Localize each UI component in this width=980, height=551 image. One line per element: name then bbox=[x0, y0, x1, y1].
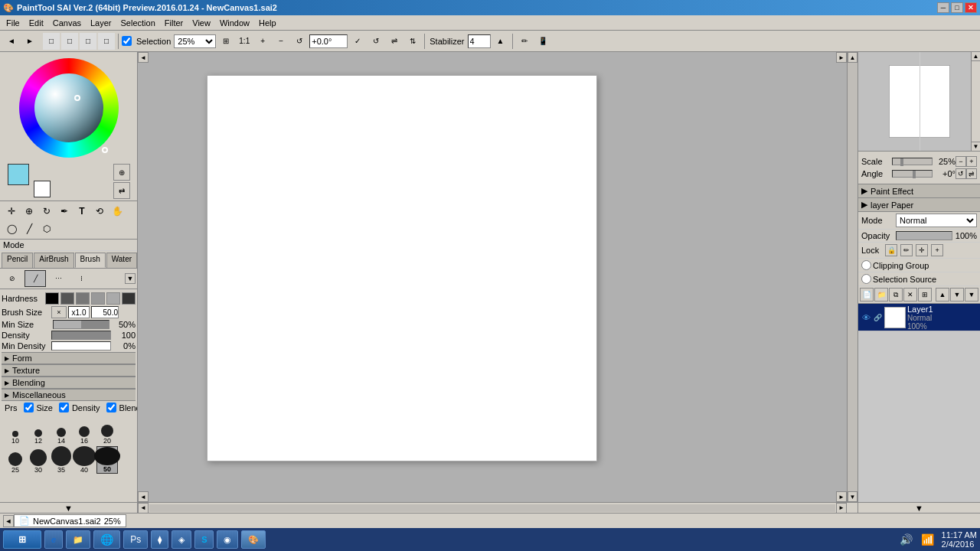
density-slider[interactable] bbox=[51, 331, 111, 340]
new-folder-btn[interactable]: 📁 bbox=[874, 288, 888, 302]
scale-slider[interactable] bbox=[892, 158, 933, 165]
canvas-tab-1[interactable]: 📄 NewCanvas1.sai2 25% bbox=[14, 514, 126, 527]
flip-btn[interactable]: ⇅ bbox=[404, 33, 421, 50]
zoom-out-btn[interactable]: − bbox=[273, 33, 289, 50]
brush-sub-3[interactable]: ⋯ bbox=[47, 270, 69, 287]
menu-window[interactable]: Window bbox=[215, 17, 254, 29]
menu-canvas[interactable]: Canvas bbox=[48, 17, 86, 29]
color-swap-btn[interactable]: ⇄ bbox=[113, 182, 130, 199]
canvas-area[interactable]: ◄ ► ◄ ► ▲ ▼ ◄ ► bbox=[138, 52, 858, 513]
canvas-vscrollbar[interactable]: ▲ ▼ bbox=[847, 52, 858, 502]
angle-reset-btn[interactable]: ↺ bbox=[956, 168, 966, 179]
water-tab[interactable]: Water bbox=[106, 253, 137, 268]
left-panel-scroll-btn[interactable]: ▼ bbox=[0, 502, 137, 513]
hard-6-btn[interactable] bbox=[122, 292, 136, 305]
taskbar-ie-btn[interactable]: e bbox=[44, 530, 63, 549]
nav-top-right-btn[interactable]: ► bbox=[836, 52, 847, 63]
brush-preset-12[interactable]: 12 bbox=[28, 417, 49, 445]
zoom-select[interactable]: 25% bbox=[174, 34, 216, 48]
lock-add-btn[interactable]: + bbox=[931, 244, 943, 256]
taskbar-chrome-btn[interactable]: 🌐 bbox=[93, 530, 120, 549]
tablet-btn[interactable]: 📱 bbox=[534, 33, 551, 50]
opacity-slider[interactable] bbox=[896, 231, 952, 240]
lasso-icon[interactable]: ◯ bbox=[3, 220, 20, 237]
foreground-color[interactable] bbox=[8, 164, 29, 185]
taskbar-app6-btn[interactable]: ◈ bbox=[172, 530, 191, 549]
menu-view[interactable]: View bbox=[188, 17, 215, 29]
texture-section-header[interactable]: ▶ Texture bbox=[2, 364, 136, 377]
menu-file[interactable]: File bbox=[2, 17, 24, 29]
pen-pressure-btn[interactable]: ✏ bbox=[516, 33, 533, 50]
copy-layer-btn[interactable]: ⧉ bbox=[889, 288, 903, 302]
menu-layer[interactable]: Layer bbox=[86, 17, 116, 29]
brush-preset-40[interactable]: 40 bbox=[74, 446, 95, 474]
clipping-group-radio[interactable] bbox=[861, 260, 871, 270]
extra2-icon[interactable]: ⬡ bbox=[38, 220, 55, 237]
brush-preset-35[interactable]: 35 bbox=[51, 446, 72, 474]
paint-effect-header[interactable]: ▶ Paint Effect bbox=[858, 184, 980, 198]
brush-sub-4[interactable]: ⁞ bbox=[70, 270, 92, 287]
brush-sub-2[interactable]: ╱ bbox=[24, 270, 46, 287]
angle-flip-btn[interactable]: ⇌ bbox=[966, 168, 977, 179]
tab-scroll-left[interactable]: ◄ bbox=[3, 515, 14, 527]
maximize-button[interactable]: □ bbox=[951, 2, 963, 13]
merge-down-btn[interactable]: ⊞ bbox=[918, 288, 932, 302]
color-mix-btn[interactable]: ⊕ bbox=[113, 164, 130, 181]
scroll-left-btn[interactable]: ◄ bbox=[138, 503, 149, 514]
right-panel-scroll-btn[interactable]: ▼ bbox=[858, 502, 980, 513]
lock-paint-btn[interactable]: ✏ bbox=[900, 244, 913, 256]
mirror-btn[interactable]: ⇌ bbox=[386, 33, 403, 50]
titlebar-controls[interactable]: ─ □ ✕ bbox=[937, 2, 977, 13]
brush-preset-14[interactable]: 14 bbox=[51, 417, 72, 445]
tool-preset-4[interactable]: □ bbox=[98, 33, 115, 50]
nav-bottom-left-btn[interactable]: ◄ bbox=[138, 491, 149, 502]
color-wheel-container[interactable] bbox=[19, 58, 119, 158]
hard-4-btn[interactable] bbox=[91, 292, 105, 305]
taskbar-ps-btn[interactable]: Ps bbox=[123, 530, 148, 549]
scroll-up-btn[interactable]: ▲ bbox=[848, 52, 858, 63]
menu-selection[interactable]: Selection bbox=[116, 17, 160, 29]
scroll-htrack[interactable] bbox=[149, 504, 835, 512]
menu-filter[interactable]: Filter bbox=[160, 17, 188, 29]
scroll-down-btn[interactable]: ▼ bbox=[848, 491, 858, 502]
brush-size-lock-btn[interactable]: × bbox=[51, 306, 67, 318]
rotation-input[interactable] bbox=[309, 34, 348, 48]
drawing-canvas[interactable] bbox=[207, 75, 597, 461]
tool-preset-3[interactable]: □ bbox=[80, 33, 96, 50]
misc-section-header[interactable]: ▶ Miscellaneous bbox=[2, 389, 136, 401]
layer-down-btn[interactable]: ▼ bbox=[950, 288, 964, 302]
layer-item[interactable]: 👁 🔗 Layer1 Normal 100% bbox=[858, 304, 980, 331]
zoom-100-btn[interactable]: 1:1 bbox=[236, 33, 253, 50]
new-layer-btn[interactable]: 📄 bbox=[860, 288, 874, 302]
delete-layer-btn[interactable]: ✕ bbox=[903, 288, 917, 302]
rot-reset-btn[interactable]: ↺ bbox=[368, 33, 384, 50]
blending-section-header[interactable]: ▶ Blending bbox=[2, 377, 136, 389]
color-saturation-area[interactable] bbox=[34, 73, 103, 142]
angle-slider[interactable] bbox=[892, 170, 933, 178]
selection-checkbox[interactable] bbox=[122, 36, 132, 46]
tool-preset-2[interactable]: □ bbox=[61, 33, 78, 50]
brush-preset-20[interactable]: 20 bbox=[96, 417, 118, 445]
scale-minus-btn[interactable]: − bbox=[956, 156, 966, 167]
start-button[interactable]: ⊞ bbox=[3, 530, 41, 549]
hand-tool-icon[interactable]: ✋ bbox=[109, 203, 126, 220]
zoom-fit-btn[interactable]: ⊞ bbox=[217, 33, 234, 50]
rotate-tool-icon[interactable]: ↻ bbox=[38, 203, 55, 220]
nav-scrollbar[interactable]: ▲ ▼ bbox=[971, 52, 980, 151]
nav-bottom-right-btn[interactable]: ► bbox=[836, 491, 847, 502]
stabilizer-input[interactable] bbox=[468, 34, 491, 48]
text-tool-icon[interactable]: T bbox=[74, 203, 90, 220]
zoom-in-btn[interactable]: + bbox=[254, 33, 271, 50]
hard-5-btn[interactable] bbox=[106, 292, 120, 305]
taskbar-network-icon[interactable]: 📶 bbox=[920, 532, 936, 547]
taskbar-folder-btn[interactable]: 📁 bbox=[66, 530, 90, 549]
hard-3-btn[interactable] bbox=[76, 292, 90, 305]
selection-source-radio[interactable] bbox=[861, 274, 871, 284]
scroll-vtrack[interactable] bbox=[848, 63, 858, 491]
brush-tab[interactable]: Brush bbox=[75, 253, 106, 268]
move-tool-icon[interactable]: ✛ bbox=[3, 203, 20, 220]
scale-plus-btn[interactable]: + bbox=[966, 156, 977, 167]
taskbar-app8-btn[interactable]: ◉ bbox=[217, 530, 238, 549]
background-color[interactable] bbox=[34, 181, 51, 197]
blend-checkbox[interactable] bbox=[106, 403, 116, 412]
